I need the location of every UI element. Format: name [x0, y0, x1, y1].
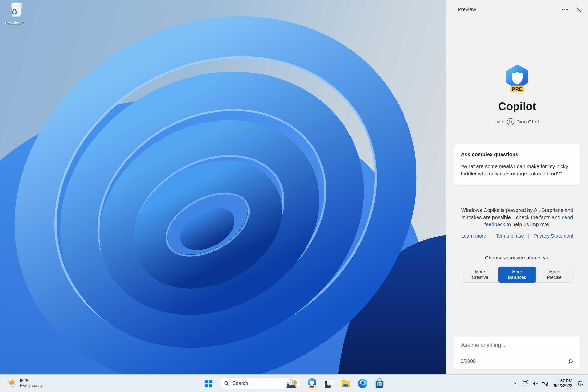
- pre-badge: PRE: [512, 86, 522, 92]
- volume-icon: [532, 380, 538, 386]
- char-counter: 0/2000: [460, 358, 476, 364]
- file-explorer-button[interactable]: [340, 378, 351, 389]
- store-button[interactable]: [374, 378, 385, 389]
- conversation-style-chooser: More Creative More Balanced More Precise: [461, 266, 573, 283]
- svg-text:z: z: [582, 380, 582, 383]
- app-title: Copilot: [446, 100, 588, 113]
- suggestion-card[interactable]: Ask complex questions "What are some mea…: [454, 144, 580, 186]
- edge-button[interactable]: [357, 378, 368, 389]
- chevron-up-icon: [512, 381, 518, 386]
- start-button[interactable]: [203, 378, 214, 389]
- footer-links: Learn more | Terms of use | Privacy Stat…: [446, 233, 588, 239]
- system-tray: 1:57 PM 6/23/2023 z: [510, 374, 585, 392]
- chat-input-card: 0/2000: [454, 336, 580, 370]
- widgets-weather-button[interactable]: 80°F Partly sunny: [4, 376, 46, 390]
- search-box[interactable]: Search: [220, 378, 300, 389]
- notification-bell-button[interactable]: z: [576, 378, 585, 388]
- desktop: ♻ Recycle Bin Preview PRE Copilot with: [0, 0, 588, 392]
- copilot-logo: PRE: [502, 65, 532, 94]
- option-line1: More: [475, 269, 485, 275]
- copilot-taskbar-button[interactable]: PRE: [306, 378, 318, 389]
- disclaimer-text: Windows Copilot is powered by AI. Surpri…: [458, 206, 576, 228]
- close-button[interactable]: [573, 5, 584, 14]
- recycle-bin[interactable]: ♻ Recycle Bin: [4, 2, 26, 25]
- search-icon: [224, 381, 229, 386]
- taskbar: 80°F Partly sunny Search: [0, 374, 588, 392]
- network-icon: [522, 380, 529, 386]
- tray-time: 1:57 PM: [554, 378, 572, 384]
- privacy-statement-link[interactable]: Privacy Statement: [533, 233, 573, 239]
- disclaimer-before: Windows Copilot is powered by AI. Surpri…: [461, 207, 573, 220]
- task-view-button[interactable]: [323, 378, 334, 389]
- weather-icon: [6, 378, 17, 388]
- edge-icon: [358, 378, 368, 388]
- copilot-panel: Preview PRE Copilot with b Bing Chat: [446, 0, 588, 374]
- ask-input[interactable]: [460, 342, 570, 349]
- bing-chat-icon: b: [507, 118, 514, 126]
- clock[interactable]: 1:57 PM 6/23/2023: [552, 377, 574, 390]
- file-explorer-icon: [340, 378, 351, 388]
- send-icon: [568, 358, 574, 364]
- ellipsis-icon: [562, 8, 568, 10]
- disclaimer-after: to help us improve.: [505, 222, 550, 227]
- app-subtitle: with b Bing Chat: [446, 118, 588, 126]
- taskbar-center: Search: [203, 374, 385, 392]
- link-separator: |: [528, 233, 529, 239]
- weather-condition: Partly sunny: [20, 383, 43, 388]
- conversation-style-label: Choose a conversation style: [446, 255, 588, 261]
- subtitle-text: Bing Chat: [516, 119, 539, 125]
- panel-title: Preview: [458, 6, 476, 12]
- hidden-icons-button[interactable]: [510, 379, 519, 388]
- weather-temperature: 80°F: [20, 378, 43, 383]
- style-option-more-balanced[interactable]: More Balanced: [498, 266, 536, 283]
- recycle-bin-label: Recycle Bin: [4, 20, 26, 25]
- search-highlight-image: [284, 378, 298, 389]
- pre-badge-small: PRE: [310, 386, 314, 388]
- option-line1: More: [512, 269, 522, 275]
- style-option-more-precise[interactable]: More Precise: [536, 267, 573, 282]
- more-options-button[interactable]: [560, 6, 570, 14]
- battery-icon: [542, 380, 549, 386]
- learn-more-link[interactable]: Learn more: [461, 233, 486, 239]
- close-icon: [576, 7, 582, 12]
- task-view-icon: [324, 378, 334, 388]
- tray-date: 6/23/2023: [554, 384, 572, 388]
- style-option-more-creative[interactable]: More Creative: [461, 267, 498, 282]
- windows-logo-icon: [204, 379, 213, 388]
- recycle-symbol-icon: ♻: [11, 7, 18, 17]
- bell-dnd-icon: z: [577, 380, 584, 386]
- suggestion-body: "What are some meals I can make for my p…: [461, 163, 574, 178]
- bloom-wallpaper-art: [0, 0, 446, 374]
- terms-of-use-link[interactable]: Terms of use: [496, 233, 524, 239]
- option-line2: Precise: [547, 275, 562, 280]
- store-icon: [374, 378, 384, 388]
- option-line2: Creative: [472, 275, 488, 280]
- option-line1: More: [549, 269, 559, 275]
- quick-settings-button[interactable]: [521, 378, 550, 388]
- send-button[interactable]: [566, 356, 576, 366]
- subtitle-prefix: with: [496, 119, 504, 125]
- option-line2: Balanced: [508, 275, 526, 280]
- link-separator: |: [490, 233, 492, 239]
- copilot-icon: PRE: [307, 378, 317, 389]
- search-placeholder: Search: [232, 380, 281, 386]
- suggestion-title: Ask complex questions: [461, 152, 574, 157]
- desktop-wallpaper: [0, 0, 446, 374]
